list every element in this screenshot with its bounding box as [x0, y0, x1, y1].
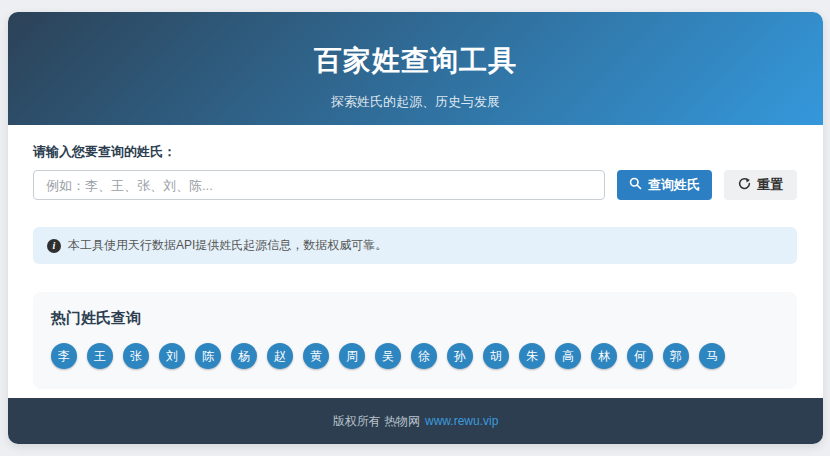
- surname-button[interactable]: 吴: [375, 343, 401, 369]
- search-label: 请输入您要查询的姓氏：: [33, 143, 797, 161]
- info-icon: i: [47, 239, 61, 253]
- surname-button[interactable]: 杨: [231, 343, 257, 369]
- main-card: 百家姓查询工具 探索姓氏的起源、历史与发展 请输入您要查询的姓氏： 查询姓氏: [8, 12, 823, 444]
- surname-button[interactable]: 李: [51, 343, 77, 369]
- surname-button[interactable]: 张: [123, 343, 149, 369]
- surname-button[interactable]: 何: [627, 343, 653, 369]
- page-title: 百家姓查询工具: [8, 42, 823, 80]
- content-area: 请输入您要查询的姓氏： 查询姓氏 重: [8, 125, 823, 398]
- surname-button[interactable]: 陈: [195, 343, 221, 369]
- surname-button[interactable]: 徐: [411, 343, 437, 369]
- copyright-text: 版权所有 热物网: [333, 413, 420, 430]
- surname-button[interactable]: 孙: [447, 343, 473, 369]
- surname-button[interactable]: 黄: [303, 343, 329, 369]
- info-notice: i 本工具使用天行数据API提供姓氏起源信息，数据权威可靠。: [33, 227, 797, 264]
- surname-button[interactable]: 郭: [663, 343, 689, 369]
- surname-button[interactable]: 朱: [519, 343, 545, 369]
- surname-list: 李王张刘陈杨赵黄周吴徐孙胡朱高林何郭马: [51, 343, 779, 369]
- refresh-icon: [738, 177, 751, 193]
- reset-button-label: 重置: [757, 176, 783, 194]
- hot-surnames-card: 热门姓氏查询 李王张刘陈杨赵黄周吴徐孙胡朱高林何郭马: [33, 292, 797, 389]
- reset-button[interactable]: 重置: [724, 170, 797, 200]
- surname-button[interactable]: 赵: [267, 343, 293, 369]
- surname-button[interactable]: 刘: [159, 343, 185, 369]
- page-footer: 版权所有 热物网 www.rewu.vip: [8, 398, 823, 444]
- page-header: 百家姓查询工具 探索姓氏的起源、历史与发展: [8, 12, 823, 125]
- page-subtitle: 探索姓氏的起源、历史与发展: [8, 93, 823, 111]
- notice-text: 本工具使用天行数据API提供姓氏起源信息，数据权威可靠。: [68, 237, 387, 254]
- footer-link[interactable]: www.rewu.vip: [425, 414, 498, 428]
- search-row: 查询姓氏 重置: [33, 170, 797, 200]
- search-icon: [629, 177, 642, 193]
- surname-search-input[interactable]: [33, 170, 605, 200]
- query-button-label: 查询姓氏: [648, 176, 700, 194]
- query-surname-button[interactable]: 查询姓氏: [617, 170, 712, 200]
- surname-button[interactable]: 马: [699, 343, 725, 369]
- hot-surnames-title: 热门姓氏查询: [51, 309, 779, 328]
- surname-button[interactable]: 高: [555, 343, 581, 369]
- surname-button[interactable]: 王: [87, 343, 113, 369]
- surname-button[interactable]: 胡: [483, 343, 509, 369]
- surname-button[interactable]: 周: [339, 343, 365, 369]
- surname-button[interactable]: 林: [591, 343, 617, 369]
